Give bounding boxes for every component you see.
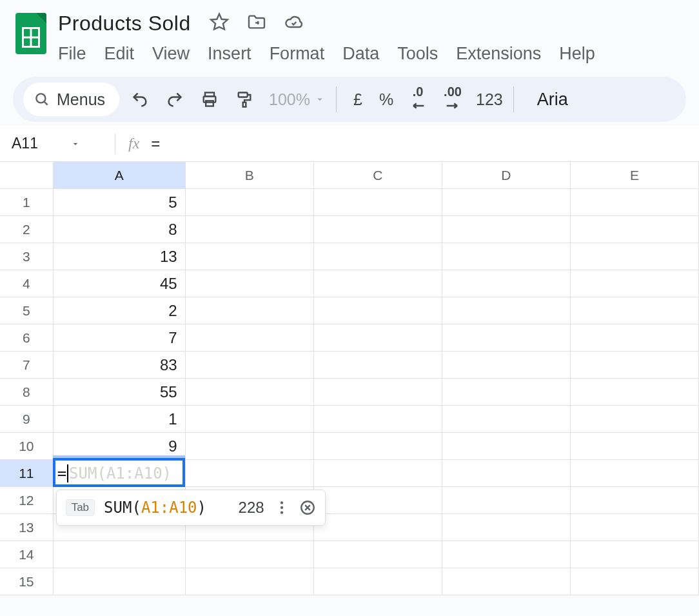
cell-A7[interactable]: 83 xyxy=(54,352,186,378)
cell-D14[interactable] xyxy=(442,541,571,568)
row-header[interactable]: 5 xyxy=(0,297,54,324)
col-header-D[interactable]: D xyxy=(442,162,571,188)
name-box[interactable]: A11 xyxy=(12,135,115,152)
cloud-status-icon[interactable] xyxy=(284,12,304,35)
cell-C14[interactable] xyxy=(314,541,442,568)
cell-E9[interactable] xyxy=(571,406,699,432)
cell-C8[interactable] xyxy=(314,379,442,405)
menu-extensions[interactable]: Extensions xyxy=(456,44,541,64)
cell-C15[interactable] xyxy=(314,568,442,595)
row-header[interactable]: 13 xyxy=(0,514,54,541)
row-header[interactable]: 3 xyxy=(0,243,54,270)
cell-E13[interactable] xyxy=(571,514,699,541)
cell-B7[interactable] xyxy=(186,352,314,378)
spreadsheet-grid[interactable]: A B C D E 1 5 2 8 3 13 4 45 5 2 6 7 7 xyxy=(0,162,699,595)
cell-editor[interactable]: =SUM(A1:A10) xyxy=(57,460,172,486)
doc-title[interactable]: Products Sold xyxy=(58,12,191,35)
cell-E12[interactable] xyxy=(571,487,699,513)
cell-A14[interactable] xyxy=(54,541,186,568)
menu-data[interactable]: Data xyxy=(342,44,379,64)
cell-B8[interactable] xyxy=(186,379,314,405)
move-to-folder-icon[interactable] xyxy=(246,12,267,35)
cell-E11[interactable] xyxy=(571,460,699,486)
cell-E8[interactable] xyxy=(571,379,699,405)
row-header[interactable]: 4 xyxy=(0,270,54,297)
currency-format-button[interactable]: £ xyxy=(347,90,369,109)
cell-C7[interactable] xyxy=(314,352,442,378)
cell-B2[interactable] xyxy=(186,216,314,243)
cell-A6[interactable]: 7 xyxy=(54,324,186,351)
row-header[interactable]: 6 xyxy=(0,324,54,351)
cell-D12[interactable] xyxy=(442,487,571,513)
cell-D7[interactable] xyxy=(442,352,571,378)
cell-C6[interactable] xyxy=(314,324,442,351)
cell-A5[interactable]: 2 xyxy=(54,297,186,324)
cell-C10[interactable] xyxy=(314,433,442,459)
row-header[interactable]: 11 xyxy=(0,460,54,486)
row-header[interactable]: 15 xyxy=(0,568,54,595)
decrease-decimal-button[interactable]: .0 xyxy=(404,85,432,114)
cell-D13[interactable] xyxy=(442,514,571,541)
paint-format-button[interactable] xyxy=(230,85,259,114)
menu-view[interactable]: View xyxy=(152,44,190,64)
sheets-app-icon[interactable] xyxy=(13,9,49,58)
menus-search[interactable]: Menus xyxy=(23,83,119,116)
cell-E5[interactable] xyxy=(571,297,699,324)
menu-format[interactable]: Format xyxy=(270,44,325,64)
row-header[interactable]: 1 xyxy=(0,189,54,215)
menu-tools[interactable]: Tools xyxy=(397,44,438,64)
cell-A4[interactable]: 45 xyxy=(54,270,186,297)
cell-D10[interactable] xyxy=(442,433,571,459)
cell-E15[interactable] xyxy=(571,568,699,595)
cell-B14[interactable] xyxy=(186,541,314,568)
row-header[interactable]: 9 xyxy=(0,406,54,432)
cell-A1[interactable]: 5 xyxy=(54,189,186,215)
star-icon[interactable] xyxy=(209,12,230,35)
more-options-button[interactable] xyxy=(273,499,290,516)
row-header[interactable]: 8 xyxy=(0,379,54,405)
cell-A2[interactable]: 8 xyxy=(54,216,186,243)
cell-A8[interactable]: 55 xyxy=(54,379,186,405)
cell-D2[interactable] xyxy=(442,216,571,243)
cell-D6[interactable] xyxy=(442,324,571,351)
cell-E6[interactable] xyxy=(571,324,699,351)
cell-D3[interactable] xyxy=(442,243,571,270)
redo-button[interactable] xyxy=(161,85,189,114)
row-header[interactable]: 7 xyxy=(0,352,54,378)
undo-button[interactable] xyxy=(126,85,154,114)
cell-C9[interactable] xyxy=(314,406,442,432)
cell-A9[interactable]: 1 xyxy=(54,406,186,432)
zoom-dropdown[interactable]: 100% xyxy=(269,90,326,109)
cell-B9[interactable] xyxy=(186,406,314,432)
menu-edit[interactable]: Edit xyxy=(104,44,135,64)
row-header[interactable]: 10 xyxy=(0,433,54,459)
cell-B11[interactable] xyxy=(186,460,314,486)
cell-C12[interactable] xyxy=(314,487,442,513)
row-header[interactable]: 12 xyxy=(0,487,54,513)
menu-insert[interactable]: Insert xyxy=(208,44,251,64)
select-all-corner[interactable] xyxy=(0,162,54,188)
increase-decimal-button[interactable]: .00 xyxy=(438,85,467,114)
cell-D15[interactable] xyxy=(442,568,571,595)
print-button[interactable] xyxy=(195,85,224,114)
cell-C5[interactable] xyxy=(314,297,442,324)
cell-B10[interactable] xyxy=(186,433,314,459)
cell-D11[interactable] xyxy=(442,460,571,486)
cell-B6[interactable] xyxy=(186,324,314,351)
suggestion-text[interactable]: SUM(A1:A10) xyxy=(104,499,206,517)
cell-A15[interactable] xyxy=(54,568,186,595)
cell-B15[interactable] xyxy=(186,568,314,595)
row-header[interactable]: 14 xyxy=(0,541,54,568)
cell-B3[interactable] xyxy=(186,243,314,270)
cell-B4[interactable] xyxy=(186,270,314,297)
cell-B5[interactable] xyxy=(186,297,314,324)
menu-help[interactable]: Help xyxy=(559,44,595,64)
cell-D8[interactable] xyxy=(442,379,571,405)
col-header-C[interactable]: C xyxy=(314,162,442,188)
cell-A3[interactable]: 13 xyxy=(54,243,186,270)
percent-format-button[interactable]: % xyxy=(375,90,397,109)
formula-input[interactable]: = xyxy=(151,135,160,153)
cell-A11[interactable]: =SUM(A1:A10) Tab SUM(A1:A10) 228 xyxy=(54,460,186,486)
cell-E7[interactable] xyxy=(571,352,699,378)
cell-D9[interactable] xyxy=(442,406,571,432)
